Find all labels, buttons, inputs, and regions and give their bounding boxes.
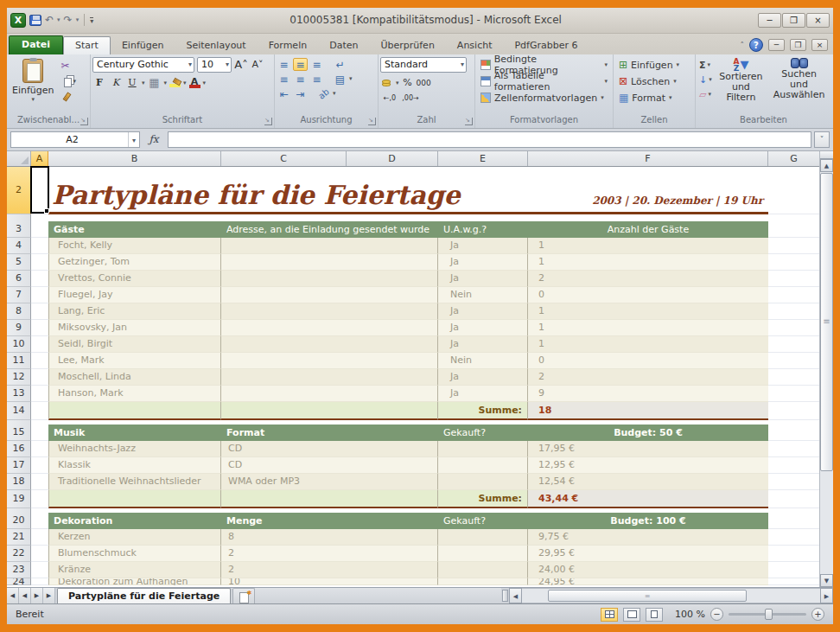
music-header-name[interactable]: Musik [48, 425, 221, 441]
insert-worksheet-icon[interactable] [232, 588, 255, 603]
redo-dropdown-icon[interactable]: ▾ [76, 14, 80, 26]
find-select-button[interactable]: Suchen und Auswählen [768, 57, 830, 114]
decor-header-qty[interactable]: Menge [221, 513, 438, 529]
alignment-dialog-launcher-icon[interactable]: ↘ [368, 118, 376, 125]
column-header-d[interactable]: D [347, 151, 438, 166]
paste-dropdown-icon[interactable]: ▾ [32, 96, 35, 103]
music-price-cell[interactable]: 17,95 € [528, 441, 768, 457]
music-price-cell[interactable]: 12,95 € [528, 457, 768, 474]
guest-rsvp-cell[interactable]: Ja [438, 320, 528, 336]
zoom-level-label[interactable]: 100 % [675, 609, 705, 620]
row-header-14[interactable]: 14 [7, 402, 31, 420]
cut-button[interactable]: ✂ [60, 60, 79, 73]
clipboard-dialog-launcher-icon[interactable]: ↘ [80, 118, 88, 125]
guests-header-address[interactable]: Adresse, an die Einladung gesendet wurde [221, 221, 438, 238]
guest-count-cell[interactable]: 1 [528, 320, 768, 336]
row-header-3[interactable]: 3 [7, 221, 31, 238]
font-dialog-launcher-icon[interactable]: ↘ [264, 118, 272, 125]
formula-input[interactable] [168, 131, 811, 148]
row-header-16[interactable]: 16 [7, 441, 31, 457]
music-header-format[interactable]: Format [221, 425, 438, 441]
guest-count-cell[interactable]: 1 [528, 238, 768, 254]
doc-restore-button[interactable]: ❐ [790, 39, 806, 51]
row-header-5[interactable]: 5 [7, 254, 31, 271]
row-header-13[interactable]: 13 [7, 386, 31, 402]
hscroll-right-icon[interactable]: ▶ [820, 588, 833, 603]
zoom-in-button[interactable]: + [811, 608, 824, 621]
undo-dropdown-icon[interactable]: ▾ [57, 14, 60, 26]
select-all-corner[interactable] [7, 151, 31, 166]
page-layout-view-button[interactable] [623, 608, 640, 622]
bold-button[interactable]: F [92, 76, 106, 90]
zoom-slider-track[interactable] [729, 613, 806, 616]
decor-price-cell[interactable]: 24,95 € [528, 578, 768, 585]
guest-count-cell[interactable]: 1 [528, 303, 768, 320]
italic-button[interactable]: K [109, 76, 123, 90]
guest-rsvp-cell[interactable]: Ja [438, 303, 528, 320]
format-painter-button[interactable] [60, 91, 79, 104]
row-header-10[interactable]: 10 [7, 336, 31, 353]
row-header-4[interactable]: 4 [7, 238, 31, 254]
guest-rsvp-cell[interactable]: Ja [438, 369, 528, 386]
guest-count-cell[interactable]: 1 [528, 336, 768, 353]
decor-name-cell[interactable]: Kerzen [48, 529, 221, 546]
decor-header-bought[interactable]: Gekauft? [438, 513, 528, 529]
cell-a2-selected[interactable] [31, 167, 48, 214]
column-header-g[interactable]: G [768, 151, 819, 166]
row-header-19[interactable]: 19 [7, 490, 31, 508]
align-top-icon[interactable]: ≡ [277, 58, 291, 71]
redo-icon[interactable]: ↷ [64, 14, 73, 26]
percent-icon[interactable]: % [401, 76, 415, 90]
sort-filter-button[interactable]: AZ ▼ Sortieren und Filtern [714, 57, 768, 114]
last-sheet-icon[interactable]: ▶ [43, 588, 55, 603]
vertical-scroll-track[interactable] [820, 472, 833, 574]
music-name-cell[interactable]: Traditionelle Weihnachtslieder [48, 474, 221, 490]
music-format-cell[interactable]: CD [221, 441, 438, 457]
guest-rsvp-cell[interactable]: Nein [438, 287, 528, 303]
decor-qty-cell[interactable]: 2 [221, 562, 438, 578]
guests-header-name[interactable]: Gäste [48, 221, 221, 238]
hscroll-left-icon[interactable]: ◀ [509, 588, 522, 603]
guest-rsvp-cell[interactable]: Ja [438, 336, 528, 353]
guest-count-cell[interactable]: 1 [528, 254, 768, 271]
row-header-22[interactable]: 22 [7, 546, 31, 562]
music-total-cell[interactable]: 43,44 € [528, 490, 768, 508]
format-cells-button[interactable]: ▦ Format ▾ [615, 90, 693, 106]
collapse-ribbon-icon[interactable]: ˄ [741, 41, 745, 49]
guest-count-cell[interactable]: 0 [528, 353, 768, 369]
guests-header-count[interactable]: Anzahl der Gäste [528, 221, 768, 238]
save-icon[interactable] [29, 15, 41, 26]
doc-minimize-button[interactable]: ─ [768, 39, 785, 51]
guest-count-cell[interactable]: 9 [528, 386, 768, 402]
insert-function-icon[interactable]: ƒx [143, 133, 165, 145]
guest-name-cell[interactable]: Lang, Eric [48, 303, 221, 320]
decrease-indent-icon[interactable]: ⇤ [277, 87, 291, 100]
first-sheet-icon[interactable]: ◀ [7, 588, 19, 603]
decor-qty-cell[interactable]: 2 [221, 546, 438, 562]
row-header-15[interactable]: 15 [7, 425, 31, 441]
decor-name-cell[interactable]: Dekoration zum Aufhängen [48, 578, 221, 585]
minimize-button[interactable]: ─ [758, 13, 781, 28]
thousands-icon[interactable]: 000 [417, 76, 431, 90]
guest-rsvp-cell[interactable]: Nein [438, 353, 528, 369]
scroll-up-icon[interactable]: ▲ [820, 159, 833, 172]
music-name-cell[interactable]: Weihnachts-Jazz [48, 441, 221, 457]
next-sheet-icon[interactable]: ▶ [31, 588, 43, 603]
fill-color-button[interactable] [169, 78, 181, 87]
name-box-dropdown-icon[interactable]: ▾ [128, 132, 139, 147]
name-box[interactable]: A2 ▾ [10, 131, 140, 148]
page-break-view-button[interactable] [646, 608, 663, 622]
music-header-bought[interactable]: Gekauft? [438, 425, 528, 441]
row-header-2[interactable]: 2 [7, 167, 31, 214]
currency-icon[interactable] [382, 80, 391, 84]
row-header-7[interactable]: 7 [7, 287, 31, 303]
guest-rsvp-cell[interactable]: Ja [438, 271, 528, 287]
tab-split-handle[interactable] [502, 590, 508, 602]
sheet-title-cell[interactable]: Partypläne für die Feiertage 2003 | 20. … [48, 167, 768, 214]
guest-name-cell[interactable]: Fluegel, Jay [48, 287, 221, 303]
music-format-cell[interactable]: CD [221, 457, 438, 474]
vertical-scroll-thumb[interactable] [820, 173, 833, 471]
row-header-21[interactable]: 21 [7, 529, 31, 546]
decor-price-cell[interactable]: 9,75 € [528, 529, 768, 546]
row-header-6[interactable]: 6 [7, 271, 31, 287]
